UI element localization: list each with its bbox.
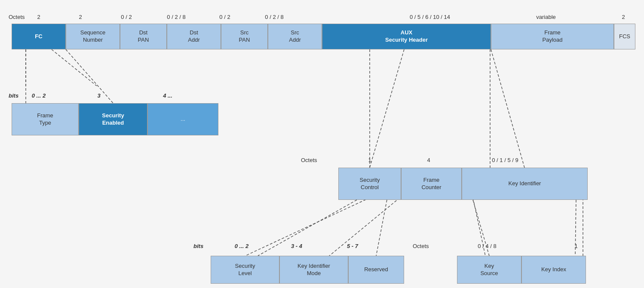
frame-type-cell: FrameType <box>12 103 79 135</box>
dst-pan-cell: DstPAN <box>120 24 167 49</box>
key-id-octets: 0 / 1 / 5 / 9 <box>492 157 518 163</box>
svg-line-2 <box>370 49 404 168</box>
sec-ctrl-bit5: 5 - 7 <box>347 243 358 249</box>
key-index-cell: Key Index <box>521 256 586 284</box>
src-pan-octets: 0 / 2 <box>219 14 230 20</box>
sec-ctrl-cell: SecurityControl <box>338 168 401 200</box>
svg-line-1 <box>52 49 97 86</box>
dst-pan-label: DstPAN <box>138 29 149 44</box>
dst-addr-label: DstAddr <box>188 29 199 44</box>
svg-line-12 <box>258 200 357 256</box>
aux-octets-label: Octets <box>301 157 317 163</box>
svg-line-9 <box>66 49 113 103</box>
fcs-cell: FCS <box>614 24 635 49</box>
fcs-label: FCS <box>619 33 630 40</box>
seq-label: SequenceNumber <box>80 29 106 44</box>
dst-addr-cell: DstAddr <box>167 24 221 49</box>
frame-payload-label: FramePayload <box>543 29 563 44</box>
more-cell: ... <box>147 103 218 135</box>
sec-level-label: SecurityLevel <box>235 263 255 277</box>
fcs-octets: 2 <box>622 14 625 20</box>
src-addr-cell: SrcAddr <box>268 24 322 49</box>
src-addr-label: SrcAddr <box>289 29 301 44</box>
key-identifier-cell: Key Identifier <box>462 168 588 200</box>
sec-ctrl-octets: 1 <box>368 157 371 163</box>
sec-ctrl-label: SecurityControl <box>360 177 380 191</box>
dst-addr-octets: 0 / 2 / 8 <box>167 14 185 20</box>
fc-octets: 2 <box>37 14 40 20</box>
dst-pan-octets: 0 / 2 <box>121 14 132 20</box>
diagram: Octets 2 2 0 / 2 0 / 2 / 8 0 / 2 0 / 2 /… <box>0 0 644 288</box>
sec-enabled-label: SecurityEnabled <box>102 112 124 127</box>
seq-cell: SequenceNumber <box>66 24 120 49</box>
frame-payload-cell: FramePayload <box>491 24 614 49</box>
aux-sec-cell: AUXSecurity Header <box>322 24 491 49</box>
fc-label: FC <box>35 33 42 40</box>
frame-type-label: FrameType <box>37 112 53 127</box>
sec-ctrl-bit0: 0 ... 2 <box>235 243 249 249</box>
key-index-label: Key Index <box>541 266 566 273</box>
key-source-label: KeySource <box>480 263 498 277</box>
top-octets-label: Octets <box>9 14 25 20</box>
more-label: ... <box>181 116 185 123</box>
src-pan-label: SrcPAN <box>239 29 250 44</box>
svg-line-13 <box>376 200 387 256</box>
reserved-cell: Reserved <box>348 256 404 284</box>
sec-enabled-cell: SecurityEnabled <box>79 103 147 135</box>
key-source-cell: KeySource <box>457 256 521 284</box>
seq-octets: 2 <box>79 14 82 20</box>
key-id-mode-cell: Key IdentifierMode <box>279 256 348 284</box>
svg-line-11 <box>491 49 524 168</box>
fc-bits-label: bits <box>9 92 18 99</box>
sec-level-cell: SecurityLevel <box>211 256 279 284</box>
frame-counter-cell: FrameCounter <box>401 168 462 200</box>
key-identifier-label: Key Identifier <box>509 180 541 187</box>
key-id-octets-label: Octets <box>413 243 429 249</box>
svg-line-5 <box>327 198 400 258</box>
aux-octets: 0 / 5 / 6 / 10 / 14 <box>410 14 450 20</box>
frame-counter-octets: 4 <box>427 157 430 163</box>
aux-sec-label: AUXSecurity Header <box>385 29 428 44</box>
fc-cell: FC <box>12 24 66 49</box>
fc-bit4: 4 ... <box>163 92 172 99</box>
src-addr-octets: 0 / 2 / 8 <box>265 14 283 20</box>
key-id-mode-label: Key IdentifierMode <box>297 263 330 277</box>
src-pan-cell: SrcPAN <box>221 24 268 49</box>
sec-ctrl-bit3: 3 - 4 <box>291 243 302 249</box>
sec-ctrl-bits-label: bits <box>193 243 203 249</box>
fc-bit0: 0 ... 2 <box>32 92 46 99</box>
key-src-octets: 0 / 4 / 8 <box>478 243 496 249</box>
fc-bit3: 3 <box>97 92 100 99</box>
payload-octets: variable <box>536 14 556 20</box>
key-idx-octets: 1 <box>574 243 577 249</box>
reserved-label: Reserved <box>364 266 388 273</box>
frame-counter-label: FrameCounter <box>421 177 441 191</box>
